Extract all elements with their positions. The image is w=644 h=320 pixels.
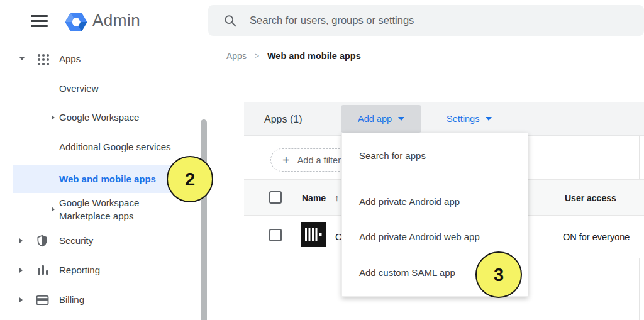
breadcrumb: Apps > Web and mobile apps	[226, 50, 361, 62]
app-icon	[301, 222, 326, 250]
settings-button-label: Settings	[447, 114, 479, 124]
menu-item-add-custom-saml-app[interactable]: Add custom SAML app	[359, 267, 455, 281]
sort-ascending-icon: ↑	[335, 193, 339, 203]
app-name-cell[interactable]: C	[335, 216, 341, 258]
menu-divider	[342, 179, 528, 179]
apps-grid-icon	[37, 53, 50, 69]
shield-icon	[36, 234, 48, 250]
sidebar-item-marketplace-apps[interactable]: Google Workspace Marketplace apps	[59, 196, 163, 223]
product-name: Admin	[92, 11, 140, 30]
google-admin-logo-icon	[63, 9, 89, 38]
search-icon	[223, 14, 237, 28]
menu-item-add-private-android-app[interactable]: Add private Android app	[359, 196, 460, 210]
plus-icon: +	[282, 154, 290, 167]
user-access-cell: ON for everyone	[563, 216, 630, 258]
apps-count-title: Apps (1)	[264, 102, 302, 136]
sidebar-item-security[interactable]: Security	[59, 235, 93, 246]
chevron-right-icon[interactable]	[52, 207, 55, 212]
breadcrumb-current: Web and mobile apps	[267, 51, 361, 61]
search-placeholder: Search for users, groups or settings	[250, 14, 414, 26]
sidebar-item-billing[interactable]: Billing	[59, 294, 84, 305]
annotation-step-2: 2	[167, 156, 213, 202]
select-all-checkbox[interactable]	[269, 191, 282, 204]
add-app-button-label: Add app	[358, 114, 392, 124]
chevron-right-icon[interactable]	[52, 115, 55, 120]
sidebar-item-reporting[interactable]: Reporting	[59, 265, 100, 275]
row-checkbox[interactable]	[269, 229, 282, 241]
name-column-header[interactable]: Name ↑	[302, 180, 339, 216]
add-filter-chip[interactable]: + Add a filter	[270, 148, 353, 172]
bar-chart-icon	[36, 265, 49, 279]
breadcrumb-separator: >	[255, 52, 259, 60]
sidebar-item-overview[interactable]: Overview	[59, 83, 99, 94]
add-app-button[interactable]: Add app	[341, 105, 421, 133]
chevron-right-icon[interactable]	[19, 268, 23, 273]
menu-item-search-for-apps[interactable]: Search for apps	[359, 150, 426, 164]
sidebar-item-google-workspace[interactable]: Google Workspace	[59, 112, 139, 123]
settings-button[interactable]: Settings	[440, 105, 498, 133]
credit-card-icon	[36, 295, 49, 308]
chevron-down-icon	[486, 117, 492, 121]
header-divider	[208, 67, 644, 67]
admin-search-bar[interactable]: Search for users, groups or settings	[208, 5, 644, 36]
user-access-column-header: User access	[565, 180, 616, 216]
annotation-step-3: 3	[475, 251, 522, 298]
sidebar-item-additional-google-services[interactable]: Additional Google services	[59, 141, 171, 152]
add-filter-label: Add a filter	[297, 155, 341, 165]
breadcrumb-parent[interactable]: Apps	[226, 51, 247, 61]
sidebar-scrollbar[interactable]	[201, 119, 207, 320]
sidebar-item-web-and-mobile-apps[interactable]: Web and mobile apps	[59, 174, 156, 184]
chevron-right-icon[interactable]	[19, 238, 23, 243]
chevron-down-icon	[398, 117, 404, 121]
sidebar-item-apps[interactable]: Apps	[59, 53, 80, 64]
chevron-down-icon[interactable]	[19, 57, 25, 60]
menu-item-add-private-android-web-app[interactable]: Add private Android web app	[359, 231, 480, 245]
menu-hamburger-button[interactable]	[31, 15, 48, 27]
chevron-right-icon[interactable]	[19, 297, 23, 302]
